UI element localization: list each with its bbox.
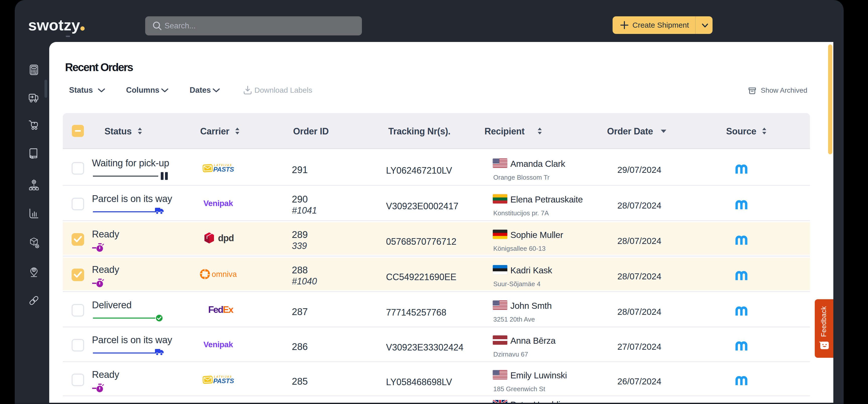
svg-text:PASTS: PASTS	[213, 377, 234, 384]
svg-text:dpd: dpd	[218, 233, 234, 243]
svg-text:PASTS: PASTS	[213, 165, 234, 173]
svg-text:omniva: omniva	[212, 270, 237, 279]
